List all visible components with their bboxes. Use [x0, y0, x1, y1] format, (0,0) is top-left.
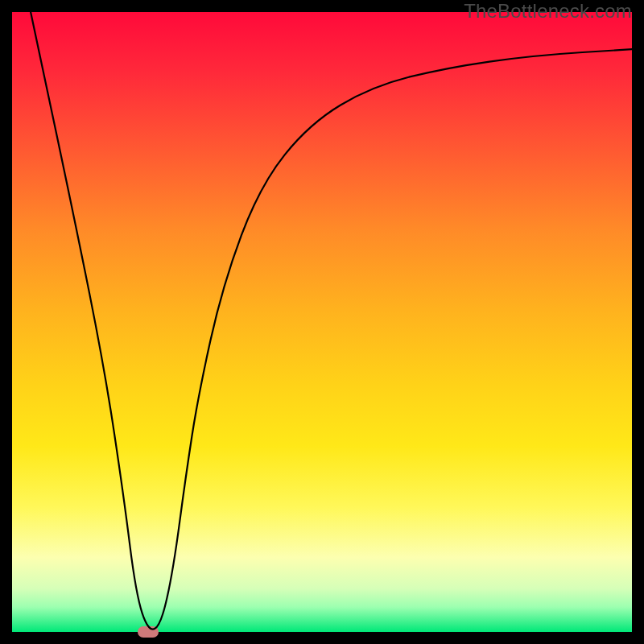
- bottleneck-curve: [12, 12, 632, 632]
- watermark-text: TheBottleneck.com: [464, 0, 632, 23]
- chart-plot-area: [12, 12, 632, 632]
- curve-path: [31, 12, 632, 630]
